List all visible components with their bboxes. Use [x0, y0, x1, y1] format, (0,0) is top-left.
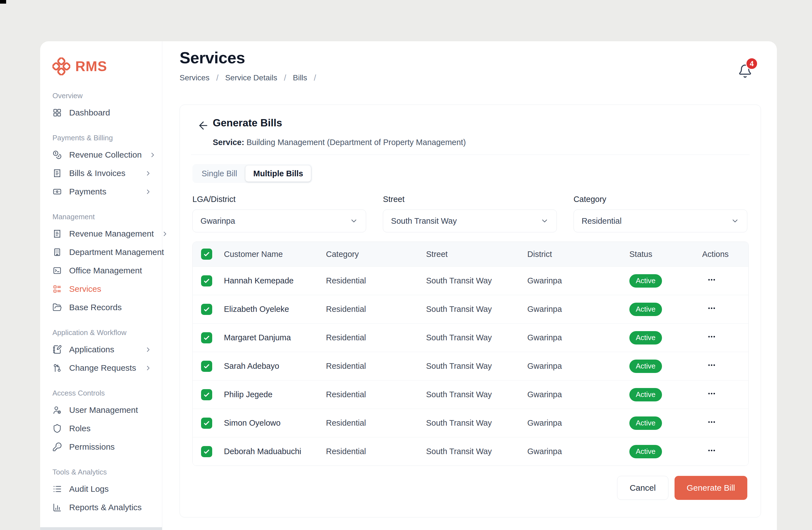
row-actions-button[interactable]: [706, 303, 717, 314]
receipt-icon: [53, 169, 62, 178]
generate-bill-button[interactable]: Generate Bill: [675, 476, 747, 500]
cancel-button[interactable]: Cancel: [617, 476, 668, 500]
sidebar-item-label: Office Management: [69, 266, 142, 275]
row-actions-button[interactable]: [706, 360, 717, 371]
cell-customer-name: Hannah Kemepade: [224, 276, 326, 285]
audit-list-icon: [53, 484, 62, 494]
credit-card-icon: [53, 187, 62, 196]
row-checkbox[interactable]: [201, 389, 212, 400]
sidebar-item-reports-analytics[interactable]: Reports & Analytics: [53, 498, 154, 517]
section-label-management: Management: [53, 213, 154, 221]
row-actions-button[interactable]: [706, 274, 717, 285]
breadcrumb-separator: /: [284, 73, 286, 83]
column-header-status: Status: [629, 250, 702, 259]
main-content: Services Services/Service Details/Bills/…: [162, 41, 777, 530]
sidebar-item-user-management[interactable]: User Management: [53, 401, 154, 419]
cell-district: Gwarinpa: [527, 276, 629, 285]
sidebar-item-permissions[interactable]: Permissions: [53, 438, 154, 456]
sidebar-item-change-requests[interactable]: Change Requests: [53, 359, 154, 377]
cell-street: South Transit Way: [426, 333, 527, 342]
building-icon: [53, 247, 62, 257]
breadcrumb-link-services[interactable]: Services: [179, 73, 209, 82]
breadcrumb-link-service-details[interactable]: Service Details: [225, 73, 277, 82]
sidebar-item-base-records[interactable]: Base Records: [53, 298, 154, 317]
sidebar-item-office-management[interactable]: Office Management: [53, 261, 154, 280]
row-actions-button[interactable]: [706, 416, 717, 428]
row-checkbox[interactable]: [201, 418, 212, 429]
filter-lga-district: LGA/DistrictGwarinpa: [192, 195, 366, 232]
sidebar-item-label: Department Management: [69, 247, 164, 257]
sidebar-item-services[interactable]: Services: [53, 280, 154, 298]
tab-multiple-bills[interactable]: Multiple Bills: [245, 166, 311, 182]
column-header-actions: Actions: [702, 250, 749, 259]
chevron-right-icon: [144, 364, 152, 372]
sidebar-nav: OverviewDashboardPayments & BillingReven…: [53, 91, 154, 517]
cell-customer-name: Elizabeth Oyeleke: [224, 305, 326, 314]
sidebar-item-label: Change Requests: [69, 363, 136, 373]
change-request-icon: [53, 363, 62, 373]
breadcrumb-link-bills[interactable]: Bills: [293, 73, 307, 82]
rms-logo-icon: [53, 57, 70, 75]
cell-street: South Transit Way: [426, 390, 527, 399]
sidebar-item-label: Revenue Collection: [69, 150, 142, 160]
service-label: Service:: [213, 138, 244, 147]
cell-category: Residential: [326, 305, 426, 314]
notification-bell[interactable]: 4: [736, 62, 754, 80]
cell-category: Residential: [326, 333, 426, 342]
row-checkbox[interactable]: [201, 332, 212, 343]
select-category[interactable]: Residential: [574, 210, 747, 232]
sidebar-item-revenue-management[interactable]: Revenue Management: [53, 225, 154, 243]
row-actions-button[interactable]: [706, 445, 717, 456]
panel-title: Generate Bills: [213, 117, 282, 129]
services-list-icon: [53, 284, 62, 294]
select-lga-district[interactable]: Gwarinpa: [192, 210, 366, 232]
select-value: Gwarinpa: [201, 216, 235, 226]
tab-single-bill[interactable]: Single Bill: [194, 166, 245, 182]
select-street[interactable]: South Transit Way: [383, 210, 556, 232]
screen-notch: [0, 0, 6, 4]
select-all-checkbox[interactable]: [201, 248, 212, 260]
table-row: Elizabeth OyelekeResidentialSouth Transi…: [193, 295, 749, 323]
cell-category: Residential: [326, 390, 426, 399]
back-button[interactable]: [197, 119, 210, 132]
chart-column-icon: [53, 503, 62, 512]
row-checkbox[interactable]: [201, 446, 212, 457]
table-header: Customer NameCategoryStreetDistrictStatu…: [193, 242, 749, 267]
sidebar-item-department-management[interactable]: Department Management: [53, 243, 154, 261]
sidebar-item-applications[interactable]: Applications: [53, 340, 154, 359]
app-window: RMS OverviewDashboardPayments & BillingR…: [40, 41, 777, 530]
sidebar-bottom-strip: [40, 527, 162, 530]
status-badge: Active: [629, 445, 662, 458]
sidebar-item-label: Revenue Management: [69, 229, 154, 239]
sidebar-item-roles[interactable]: Roles: [53, 419, 154, 438]
cell-customer-name: Margaret Danjuma: [224, 333, 326, 342]
row-checkbox[interactable]: [201, 275, 212, 286]
cell-category: Residential: [326, 447, 426, 456]
cell-customer-name: Deborah Maduabuchi: [224, 447, 326, 456]
table-row: Deborah MaduabuchiResidentialSouth Trans…: [193, 437, 749, 465]
back-arrow-icon: [197, 119, 209, 132]
table-body: Hannah KemepadeResidentialSouth Transit …: [193, 267, 749, 465]
status-badge: Active: [629, 360, 662, 373]
row-checkbox[interactable]: [201, 361, 212, 372]
column-header-category: Category: [326, 250, 426, 259]
sidebar-item-audit-logs[interactable]: Audit Logs: [53, 480, 154, 498]
cell-street: South Transit Way: [426, 276, 527, 285]
service-info: Service: Building Management (Department…: [213, 138, 466, 147]
panel-footer: Cancel Generate Bill: [617, 476, 747, 500]
sidebar-item-revenue-collection[interactable]: Revenue Collection: [53, 146, 154, 164]
row-actions-button[interactable]: [706, 331, 717, 342]
key-icon: [53, 442, 62, 452]
chevron-right-icon: [144, 346, 152, 354]
sidebar-item-dashboard[interactable]: Dashboard: [53, 103, 154, 122]
row-actions-button[interactable]: [706, 388, 717, 399]
filter-label-street: Street: [383, 195, 556, 204]
brand-name: RMS: [75, 58, 107, 74]
filter-label-lga-district: LGA/District: [192, 195, 366, 204]
row-checkbox[interactable]: [201, 304, 212, 315]
status-badge: Active: [629, 388, 662, 401]
sidebar-item-payments[interactable]: Payments: [53, 183, 154, 201]
sidebar-item-bills-invoices[interactable]: Bills & Invoices: [53, 164, 154, 183]
coins-icon: [53, 150, 62, 160]
page-title: Services: [179, 48, 777, 67]
